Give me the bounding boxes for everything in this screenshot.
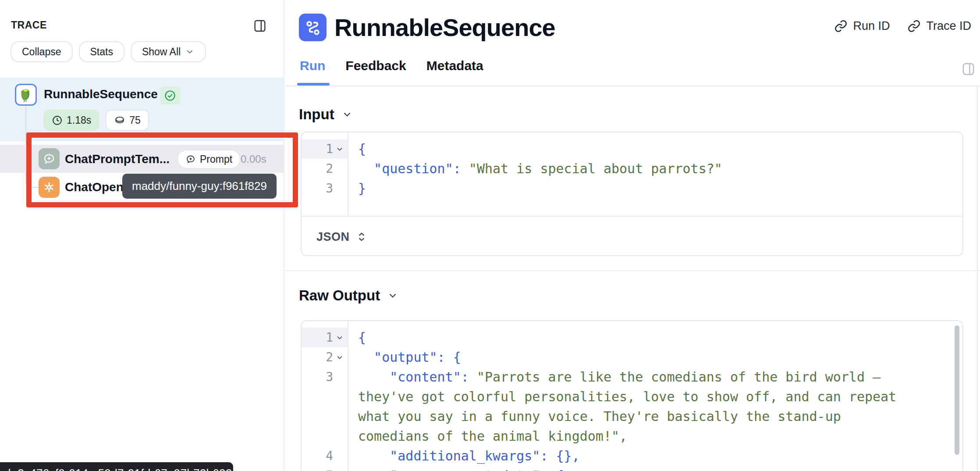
parrot-icon [18, 87, 34, 103]
code-line: comedians of the animal kingdom!", [348, 426, 962, 446]
input-section-title: Input [299, 106, 334, 123]
run-id-label: Run ID [853, 19, 890, 33]
sequence-icon [299, 14, 327, 41]
trace-id-label: Trace ID [926, 19, 971, 33]
trace-viewer-app: TRACE Collapse Stats Show All [0, 0, 980, 471]
prompt-node-avatar [39, 148, 60, 169]
fold-chevron-icon[interactable] [334, 352, 345, 363]
duration-value: 1.18s [67, 114, 91, 126]
success-status-badge [160, 86, 180, 105]
trace-toolbar: Collapse Stats Show All [11, 41, 206, 62]
node-duration: 0.00s [241, 153, 266, 165]
fold-chevron-icon[interactable] [334, 144, 345, 154]
code-line: "content": "Parrots are like the comedia… [348, 367, 962, 387]
line-number: 1 [326, 330, 333, 345]
code-gutter-cell [302, 426, 348, 446]
input-code-block: 1{2 "question": "What is special about p… [302, 139, 962, 198]
line-number: 1 [326, 142, 333, 156]
run-id-button[interactable]: Run ID [834, 19, 890, 33]
line-number: 4 [326, 449, 333, 463]
line-number: 3 [326, 181, 333, 196]
trace-id-button[interactable]: Trace ID [907, 19, 971, 33]
code-line: "additional_kwargs": {}, [348, 446, 962, 466]
tab-metadata[interactable]: Metadata [426, 58, 483, 82]
code-line: } [348, 178, 962, 198]
trace-panel-title: TRACE [11, 19, 47, 31]
token-count-value: 75 [129, 114, 141, 126]
show-all-label: Show All [142, 46, 181, 58]
fold-spacer [334, 392, 345, 402]
code-line: { [348, 139, 962, 159]
bubble-plus-icon [185, 154, 196, 164]
code-line: "output": { [348, 347, 962, 367]
chevron-down-icon [341, 109, 353, 120]
code-gutter-cell [302, 407, 348, 426]
link-icon [834, 19, 848, 33]
fold-spacer [334, 183, 345, 194]
line-number: 2 [326, 161, 333, 176]
check-circle-icon [164, 89, 176, 102]
raw-output-code-card: 1{2 "output": {3 "content": "Parrots are… [301, 320, 963, 471]
token-count-badge: 75 [106, 110, 149, 131]
split-panel-icon[interactable] [961, 61, 976, 77]
fold-spacer [334, 164, 345, 174]
code-gutter-cell [302, 387, 348, 407]
chevron-down-icon [185, 47, 195, 57]
tab-feedback[interactable]: Feedback [345, 58, 406, 82]
prompt-type-badge: Prompt [177, 150, 241, 169]
run-detail-panel: RunnableSequence Run ID Trace ID Run Fee… [285, 0, 980, 471]
show-all-dropdown[interactable]: Show All [131, 41, 206, 62]
code-gutter-cell: 1 [302, 139, 348, 159]
line-number: 5 [326, 468, 333, 471]
bubble-plus-icon [43, 152, 56, 165]
tab-run[interactable]: Run [300, 58, 325, 82]
code-line: { [348, 328, 962, 347]
line-number: 3 [326, 370, 333, 384]
code-line: "question": "What is special about parro… [348, 159, 962, 178]
format-selector-value: JSON [316, 230, 350, 244]
clock-icon [52, 115, 63, 126]
code-line: what you say in a funny voice. They're b… [348, 407, 962, 426]
code-line: they've got colorful personalities, love… [348, 387, 962, 407]
fold-spacer [334, 372, 345, 382]
fold-spacer [334, 431, 345, 442]
prompt-badge-label: Prompt [200, 153, 232, 165]
format-selector[interactable]: JSON [302, 216, 962, 256]
raw-output-code-block: 1{2 "output": {3 "content": "Parrots are… [302, 328, 962, 471]
link-icon [907, 19, 921, 33]
section-divider [285, 270, 980, 271]
duration-badge: 1.18s [43, 110, 99, 131]
code-gutter-cell: 3 [302, 178, 348, 198]
code-gutter-cell: 4 [302, 446, 348, 466]
code-gutter-cell: 1 [302, 328, 348, 347]
prompt-name-tooltip: maddy/funny-guy:f961f829 [122, 174, 277, 199]
id-copy-buttons: Run ID Trace ID [834, 19, 971, 33]
panel-right-border [977, 86, 978, 471]
tree-node-label[interactable]: RunnableSequence [44, 87, 158, 101]
code-gutter-cell: 2 [302, 159, 348, 178]
page-title: RunnableSequence [334, 13, 555, 42]
openai-icon [43, 181, 55, 193]
vertical-scrollbar[interactable] [955, 325, 959, 455]
tabbar-divider [285, 86, 980, 86]
fold-spacer [334, 411, 345, 422]
tree-node-label[interactable]: ChatPromptTem... [65, 152, 170, 166]
raw-output-section-header[interactable]: Raw Output [299, 287, 398, 304]
fold-spacer [334, 451, 345, 461]
browser-status-url: d=2c476cf9-014c-59d7-91fd-67a97b72b632 [0, 462, 233, 471]
openai-node-avatar [39, 177, 60, 198]
code-gutter-cell: 2 [302, 347, 348, 367]
run-tabs: Run Feedback Metadata [300, 58, 483, 82]
token-coin-icon [114, 114, 125, 126]
input-section-header[interactable]: Input [299, 106, 353, 123]
raw-output-section-title: Raw Output [299, 287, 380, 304]
root-metrics: 1.18s 75 [43, 110, 149, 131]
stats-button-label: Stats [90, 46, 113, 58]
collapse-sidebar-panel-icon[interactable] [252, 18, 267, 33]
runnable-sequence-avatar [15, 84, 37, 106]
collapse-button[interactable]: Collapse [11, 41, 73, 62]
updown-chevron-icon [356, 231, 367, 243]
fold-chevron-icon[interactable] [334, 332, 345, 343]
stats-button[interactable]: Stats [79, 41, 124, 62]
line-number: 2 [326, 350, 333, 364]
